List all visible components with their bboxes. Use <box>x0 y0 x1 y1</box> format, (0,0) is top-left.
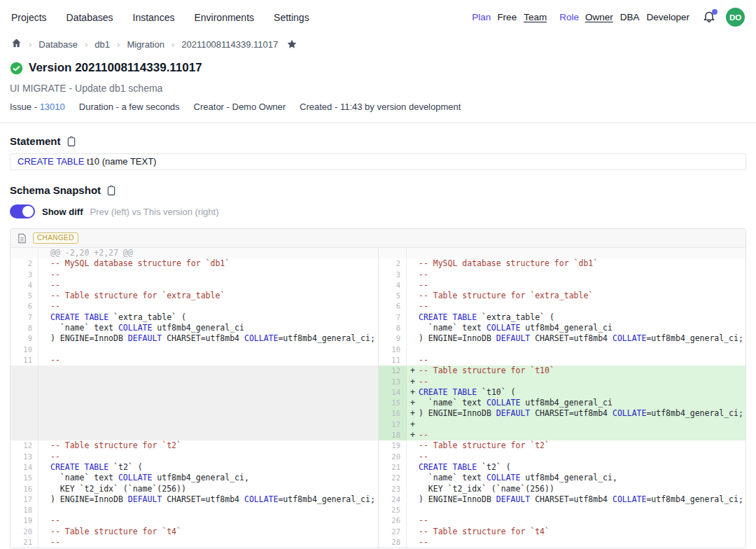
diff-line: 13-- <box>10 452 378 462</box>
line-content: `name` text COLLATE utf8mb4_general_ci, <box>38 473 249 483</box>
line-number: 7 <box>10 312 38 323</box>
added-plus-sign: + <box>410 430 415 440</box>
version-meta: Issue - 13010Duration - a few secondsCre… <box>0 94 756 123</box>
show-diff-label: Show diff <box>42 207 83 217</box>
diff-pane-current[interactable]: 2-- MySQL database structure for `db1`3-… <box>378 248 746 548</box>
diff-line: 6-- <box>379 301 746 312</box>
breadcrumb-item[interactable]: Database <box>38 39 78 50</box>
diff-pane-previous[interactable]: @@ -2,20 +2,27 @@2-- MySQL database stru… <box>10 248 378 548</box>
sql-keyword: COLLATE <box>244 494 278 504</box>
diff-line: 4-- <box>10 280 378 291</box>
avatar[interactable]: DO <box>726 8 745 27</box>
line-content: -- <box>407 537 428 548</box>
sql-comment: -- MySQL database structure for `db1` <box>50 258 230 268</box>
statement-section-heading: Statement <box>0 123 756 153</box>
statement-sql[interactable]: CREATE TABLE t10 (name TEXT) <box>10 153 746 170</box>
sql-keyword: CREATE <box>50 312 80 322</box>
nav-links: ProjectsDatabasesInstancesEnvironmentsSe… <box>11 12 329 23</box>
line-number: 25 <box>379 505 407 515</box>
plan-option-team[interactable]: Team <box>524 12 547 22</box>
line-number: 18 <box>379 430 407 440</box>
line-number: 6 <box>10 301 38 312</box>
line-content <box>38 505 50 515</box>
diff-line: 19-- <box>10 515 378 526</box>
sql-comment: -- <box>419 452 428 461</box>
line-number: 27 <box>379 527 407 537</box>
plan-option-free[interactable]: Free <box>497 12 517 22</box>
line-number: 6 <box>379 301 407 312</box>
diff-line: 5-- Table structure for `extra_table` <box>10 291 378 301</box>
line-content: CREATE TABLE `extra_table` ( <box>38 312 186 323</box>
issue-link[interactable]: 13010 <box>40 102 65 112</box>
line-content: -- <box>38 301 60 312</box>
sql-keyword: TABLE <box>84 462 108 472</box>
diff-spacer-row <box>10 419 378 430</box>
copy-statement-icon[interactable] <box>66 136 76 147</box>
diff-spacer-row <box>10 377 378 387</box>
added-plus-sign: + <box>410 366 415 376</box>
line-number <box>10 419 38 430</box>
breadcrumb-item[interactable]: Migration <box>127 39 164 50</box>
home-icon[interactable] <box>11 38 22 50</box>
nav-item-instances[interactable]: Instances <box>133 12 175 23</box>
line-number: 28 <box>379 537 407 548</box>
role-label[interactable]: Role <box>559 12 579 22</box>
sql-keyword: CREATE <box>18 156 54 167</box>
line-number: 22 <box>379 473 407 483</box>
diff-line: 3-- <box>10 270 378 280</box>
show-diff-toggle[interactable] <box>10 204 35 218</box>
sql-keyword: CREATE <box>419 387 448 397</box>
role-option-owner[interactable]: Owner <box>585 12 613 22</box>
line-number: 3 <box>10 270 38 280</box>
nav-item-databases[interactable]: Databases <box>66 12 113 23</box>
schema-snapshot-heading: Schema Snapshot <box>0 170 756 202</box>
copy-schema-icon[interactable] <box>106 185 116 196</box>
line-content <box>407 345 419 355</box>
line-content: -- MySQL database structure for `db1` <box>407 258 598 269</box>
diff-line: 10 <box>379 345 746 355</box>
sql-keyword: CREATE <box>419 312 448 322</box>
line-number: 8 <box>10 323 38 333</box>
line-number: 20 <box>379 452 407 462</box>
sql-keyword: COLLATE <box>244 333 278 343</box>
line-content: `name` text COLLATE utf8mb4_general_ci <box>38 323 244 333</box>
meta-value: a few seconds <box>121 102 179 112</box>
diff-spacer-row <box>10 408 378 419</box>
notification-bell-icon[interactable] <box>702 11 716 25</box>
diff-line: 15 `name` text COLLATE utf8mb4_general_c… <box>10 473 378 483</box>
line-number: 10 <box>10 345 38 355</box>
meta-value: 11:43 by version development <box>340 102 461 112</box>
nav-item-projects[interactable]: Projects <box>11 12 47 23</box>
sql-comment: -- Table structure for `t4` <box>419 527 550 536</box>
breadcrumb-item[interactable]: 20211008114339.11017 <box>181 39 278 50</box>
nav-item-environments[interactable]: Environments <box>194 12 254 23</box>
nav-item-settings[interactable]: Settings <box>274 12 309 23</box>
diff-line: 14CREATE TABLE `t2` ( <box>10 462 378 473</box>
line-content: -- Table structure for `extra_table` <box>38 291 225 301</box>
page-title: Version 20211008114339.11017 <box>29 61 202 75</box>
diff-line: 16 KEY `t2_idx` (`name`(256)) <box>10 484 378 494</box>
added-plus-sign: + <box>410 377 415 387</box>
line-content <box>38 430 50 440</box>
sql-comment: -- <box>419 270 428 279</box>
schema-diff-viewer: CHANGED @@ -2,20 +2,27 @@2-- MySQL datab… <box>10 228 746 548</box>
sql-comment: -- Table structure for `t2` <box>419 440 550 450</box>
diff-line <box>379 248 746 258</box>
schema-snapshot-label: Schema Snapshot <box>10 184 101 196</box>
line-content: @@ -2,20 +2,27 @@ <box>38 248 133 258</box>
role-option-developer[interactable]: Developer <box>646 12 690 22</box>
line-number: 17 <box>10 494 38 505</box>
line-number <box>10 430 38 440</box>
role-option-dba[interactable]: DBA <box>620 12 640 22</box>
line-number <box>10 387 38 398</box>
plan-label[interactable]: Plan <box>472 12 491 22</box>
diff-line: 7CREATE TABLE `extra_table` ( <box>10 312 378 323</box>
line-number: 5 <box>10 291 38 301</box>
diff-line: 9) ENGINE=InnoDB DEFAULT CHARSET=utf8mb4… <box>379 333 746 344</box>
breadcrumb-item[interactable]: db1 <box>94 39 110 50</box>
diff-line: 11-- <box>379 355 746 366</box>
star-icon[interactable] <box>286 39 298 50</box>
diff-spacer-row <box>10 430 378 440</box>
meta-item: Duration - a few seconds <box>79 102 180 112</box>
line-number: 15 <box>10 473 38 483</box>
